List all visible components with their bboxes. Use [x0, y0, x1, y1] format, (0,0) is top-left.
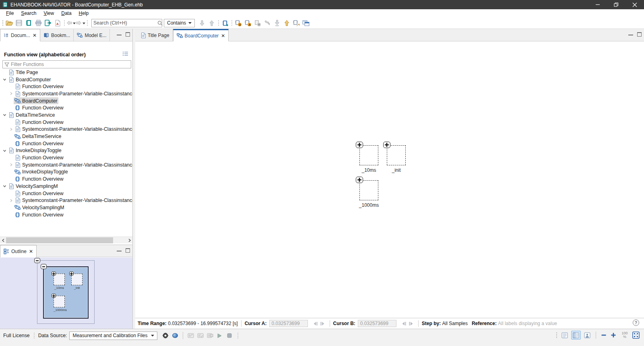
collapse-minus-button[interactable]	[34, 258, 40, 263]
previous-result-icon[interactable]	[207, 18, 217, 28]
tree-item[interactable]: Systemconstant-Parameter-Variable-Classi…	[0, 161, 132, 169]
outline-selected-region[interactable]: _10ms _init _1000ms	[43, 266, 89, 319]
print-icon[interactable]	[33, 18, 43, 28]
tree-item[interactable]: Title Page	[0, 69, 132, 76]
expand-arrow-icon[interactable]	[8, 92, 14, 95]
help-icon[interactable]: ?	[633, 319, 639, 326]
maximize-panel-icon[interactable]	[126, 248, 130, 253]
open-window-icon[interactable]	[301, 18, 311, 28]
minimize-window-button[interactable]	[588, 0, 607, 9]
presenter-view-button[interactable]	[582, 331, 592, 340]
model-default-icon[interactable]: D	[233, 18, 243, 28]
model-annotation-icon[interactable]: A	[243, 18, 253, 28]
handbook-icon[interactable]	[24, 18, 33, 28]
tree-horizontal-scrollbar[interactable]	[0, 237, 132, 243]
measure-grid-icon[interactable]	[186, 331, 196, 340]
tree-item[interactable]: InvokeDisplayToggle	[0, 169, 132, 176]
split-view-button[interactable]	[571, 331, 581, 340]
cursor-a-step-back-icon[interactable]	[312, 320, 319, 327]
collapse-arrow-icon[interactable]	[2, 184, 7, 188]
tree-item[interactable]: Systemconstant-Parameter-Variable-Classi…	[0, 197, 132, 204]
close-window-button[interactable]	[625, 0, 644, 9]
minimize-panel-icon[interactable]	[117, 33, 122, 35]
tab-bookmarks[interactable]: Bookm...	[40, 29, 74, 41]
menu-search[interactable]: Search	[17, 10, 40, 17]
view-menu-icon[interactable]	[122, 51, 128, 56]
cursor-b-step-forward-icon[interactable]	[408, 320, 415, 327]
collapse-arrow-icon[interactable]	[2, 149, 7, 152]
scroll-left-icon[interactable]	[0, 237, 6, 244]
export-pdf-icon[interactable]: A	[53, 18, 62, 28]
fit-to-window-icon[interactable]	[631, 330, 641, 340]
export-handbook-icon[interactable]	[43, 18, 53, 28]
expand-plus-button[interactable]	[383, 142, 390, 148]
expand-plus-icon[interactable]	[52, 272, 56, 276]
search-input[interactable]	[92, 20, 157, 26]
nav-forward-icon[interactable]	[76, 18, 85, 28]
cursor-b-field[interactable]	[358, 320, 396, 327]
tree-item[interactable]: Function Overview	[0, 119, 132, 126]
close-tab-icon[interactable]: ✕	[33, 33, 37, 38]
tree-item[interactable]: Systemconstant-Parameter-Variable-Classi…	[0, 126, 132, 133]
menu-data[interactable]: Data	[58, 10, 75, 17]
minimize-panel-icon[interactable]	[628, 33, 633, 35]
export-model-icon[interactable]	[291, 18, 301, 28]
expand-plus-button[interactable]	[356, 142, 363, 148]
collapse-arrow-icon[interactable]	[2, 113, 7, 117]
tree-item[interactable]: Function Overview	[0, 83, 132, 90]
expand-arrow-icon[interactable]	[8, 163, 14, 167]
menu-help[interactable]: Help	[75, 10, 93, 17]
measure-edit-icon[interactable]	[196, 331, 205, 340]
tree-item[interactable]: Function Overview	[0, 104, 132, 111]
data-lens-icon[interactable]	[170, 331, 180, 340]
cursor-a-field[interactable]	[269, 320, 308, 327]
save-icon[interactable]	[14, 18, 24, 28]
zoom-out-button[interactable]	[599, 330, 609, 340]
tree-item[interactable]: Systemconstant-Parameter-Variable-Classi…	[0, 90, 132, 97]
cursor-b-step-back-icon[interactable]	[400, 320, 408, 327]
scroll-right-icon[interactable]	[126, 237, 132, 244]
expand-arrow-icon[interactable]	[8, 199, 14, 202]
diagram-canvas[interactable]: _10ms _init _1000ms	[135, 42, 644, 318]
process-box[interactable]	[387, 145, 406, 165]
tree-item[interactable]: VelocitySamplingM	[0, 204, 132, 211]
tree-item[interactable]: Function Overview	[0, 140, 132, 147]
single-page-view-button[interactable]	[560, 331, 570, 340]
collapse-arrow-icon[interactable]	[2, 78, 7, 81]
restore-window-button[interactable]	[607, 0, 625, 9]
process-box[interactable]	[359, 145, 378, 165]
process-box[interactable]	[359, 180, 378, 200]
close-tab-icon[interactable]: ✕	[221, 33, 225, 39]
tree-item[interactable]: BoardComputer	[0, 97, 132, 105]
tree-item[interactable]: BoardComputer	[0, 76, 132, 83]
tab-boardcomputer[interactable]: BoardComputer ✕	[173, 29, 229, 41]
filter-functions-input[interactable]	[9, 62, 131, 67]
tab-documentation[interactable]: Docum... ✕	[0, 29, 40, 41]
outline-view[interactable]: _10ms _init _1000ms	[0, 257, 132, 329]
tree-item[interactable]: InvokeDisplayToggle	[0, 147, 132, 154]
start-visualization-icon[interactable]	[215, 331, 225, 340]
tree-item[interactable]: DeltaTimeService	[0, 133, 132, 140]
tree-item[interactable]: Function Overview	[0, 175, 132, 183]
menu-file[interactable]: File	[2, 10, 17, 17]
maximize-panel-icon[interactable]	[637, 32, 642, 37]
cursor-a-step-forward-icon[interactable]	[319, 320, 326, 327]
expand-plus-button[interactable]	[356, 177, 363, 183]
maximize-panel-icon[interactable]	[126, 32, 130, 37]
zoom-in-button[interactable]	[609, 330, 618, 340]
tree-item[interactable]: Function Overview	[0, 154, 132, 161]
expand-arrow-icon[interactable]	[8, 128, 14, 131]
data-source-dropdown[interactable]: Measurement and Calibration Files	[69, 332, 157, 340]
open-file-icon[interactable]	[4, 18, 14, 28]
close-tab-icon[interactable]: ✕	[29, 249, 33, 254]
scrollbar-thumb[interactable]	[6, 237, 113, 243]
next-result-icon[interactable]	[197, 18, 207, 28]
expand-plus-icon[interactable]	[52, 294, 56, 298]
menu-view[interactable]: View	[40, 10, 58, 17]
tree-item[interactable]: VelocitySamplingM	[0, 183, 132, 190]
contains-dropdown[interactable]: Contains	[164, 19, 195, 27]
tree-item[interactable]: DeltaTimeService	[0, 111, 132, 119]
remove-model-icon[interactable]	[253, 18, 262, 28]
collapse-minus-button[interactable]	[41, 264, 47, 269]
settings-gear-icon[interactable]	[161, 331, 170, 340]
